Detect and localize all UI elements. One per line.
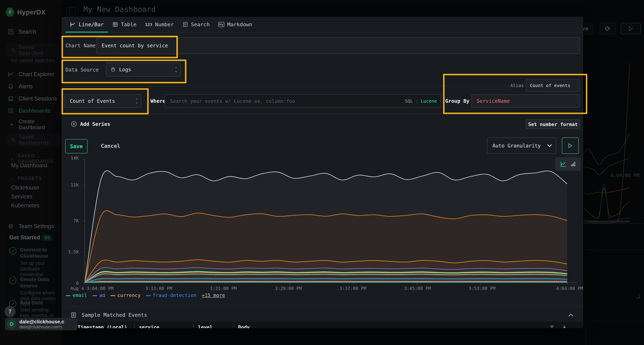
table-column-level[interactable]: level bbox=[193, 324, 233, 328]
y-tick-label: 7K bbox=[62, 218, 79, 223]
x-tick-label: 3:21:00 PM bbox=[210, 286, 237, 291]
y-tick-label: 11K bbox=[62, 182, 79, 188]
number-123-icon: 123 bbox=[145, 22, 152, 27]
x-tick-label: 3:29:00 PM bbox=[275, 286, 302, 291]
table-icon bbox=[112, 22, 118, 27]
annotation-aggregation bbox=[62, 88, 149, 114]
sql-mode-toggle[interactable]: SQL bbox=[405, 98, 413, 104]
x-tick-label: 4:04:00 PM bbox=[556, 286, 583, 291]
download-icon[interactable] bbox=[562, 325, 567, 328]
divider bbox=[66, 86, 509, 86]
preview-chart bbox=[80, 158, 580, 286]
table-column-Timestamp (Local)[interactable]: Timestamp (Local) bbox=[73, 324, 134, 328]
legend-item[interactable]: email bbox=[66, 293, 87, 298]
help-button[interactable]: ? bbox=[4, 306, 16, 317]
legend-label: fraud-detection bbox=[153, 293, 196, 298]
sample-matched-events-header[interactable]: Sample Matched Events bbox=[62, 309, 583, 321]
chart-type-tabs: Line/Bar Table 123 Number Search Markdow… bbox=[62, 17, 583, 32]
play-icon bbox=[568, 143, 572, 148]
granularity-select[interactable]: Auto Granularity bbox=[487, 137, 556, 154]
table-column-Body[interactable]: Body bbox=[233, 324, 308, 328]
x-tick-label: 3:45:00 PM bbox=[404, 286, 431, 291]
tab-line-bar[interactable]: Line/Bar bbox=[66, 17, 108, 32]
chart-display-toggle bbox=[555, 157, 581, 171]
annotation-chart-name bbox=[62, 36, 178, 58]
chart-series-area bbox=[85, 260, 567, 283]
x-tick-label: 3:37:00 PM bbox=[340, 286, 366, 291]
cancel-button[interactable]: Cancel bbox=[97, 139, 124, 153]
plus-circle-icon bbox=[71, 121, 77, 127]
x-tick-label: 3:13:00 PM bbox=[145, 286, 172, 291]
tab-markdown[interactable]: Markdown bbox=[214, 17, 256, 32]
annotation-data-source bbox=[62, 59, 186, 83]
sample-matched-events-title: Sample Matched Events bbox=[82, 312, 147, 318]
line-chart-icon bbox=[70, 21, 76, 27]
annotation-alias-group-by bbox=[443, 74, 587, 114]
add-series-button[interactable]: Add Series bbox=[71, 119, 110, 129]
x-tick-label: 3:53:00 PM bbox=[468, 286, 496, 291]
tab-search[interactable]: Search bbox=[178, 17, 214, 32]
y-tick-label: 14K bbox=[62, 156, 79, 161]
legend-item[interactable]: fraud-detection bbox=[146, 293, 196, 298]
user-sub: dale@clickhouse.com's bbox=[19, 325, 64, 330]
chevron-up-icon[interactable] bbox=[568, 313, 574, 317]
chevron-down-icon bbox=[547, 144, 552, 147]
legend-label: ad bbox=[99, 293, 105, 298]
table-column-service[interactable]: service bbox=[134, 324, 193, 328]
legend-swatch bbox=[110, 295, 115, 296]
filter-icon[interactable] bbox=[549, 325, 554, 328]
doc-list-icon bbox=[70, 312, 76, 318]
user-email: dale@clickhouse.c bbox=[19, 319, 64, 325]
run-chart-button[interactable] bbox=[562, 137, 579, 154]
legend-item[interactable]: ad bbox=[92, 293, 105, 298]
mode-divider: | bbox=[416, 98, 418, 104]
avatar: D bbox=[7, 319, 16, 329]
tab-number[interactable]: 123 Number bbox=[141, 17, 178, 32]
legend-swatch bbox=[92, 295, 97, 296]
markdown-icon bbox=[218, 22, 224, 27]
set-number-format-button[interactable]: Set number format bbox=[526, 119, 580, 129]
legend-more-link[interactable]: +15 more bbox=[202, 293, 225, 298]
legend-swatch bbox=[66, 295, 70, 296]
user-menu[interactable]: D dale@clickhouse.c dale@clickhouse.com'… bbox=[5, 318, 77, 330]
legend-item[interactable]: currency bbox=[110, 293, 140, 298]
where-placeholder: Search your events w/ Lucene ex. column:… bbox=[170, 98, 295, 104]
bar-view-icon[interactable] bbox=[570, 161, 576, 167]
y-tick-label: 3.5K bbox=[62, 249, 79, 255]
where-input[interactable]: Search your events w/ Lucene ex. column:… bbox=[164, 94, 441, 108]
divider bbox=[62, 306, 583, 307]
tab-table[interactable]: Table bbox=[108, 17, 141, 32]
granularity-value: Auto Granularity bbox=[492, 143, 541, 149]
line-view-icon[interactable] bbox=[560, 161, 566, 167]
where-label: Where bbox=[150, 94, 166, 108]
x-tick-label: Aug 4 3:04:00 PM bbox=[70, 286, 114, 291]
screen: HyperDX Search Saved Searches No saved s… bbox=[0, 0, 644, 345]
save-button[interactable]: Save bbox=[65, 139, 88, 153]
legend-swatch bbox=[146, 295, 150, 296]
lucene-mode-toggle[interactable]: Lucene bbox=[421, 98, 437, 104]
doc-list-icon bbox=[182, 22, 188, 27]
events-table-header: Timestamp (Local)servicelevelBody bbox=[62, 322, 583, 328]
legend-label: currency bbox=[117, 293, 140, 298]
chart-legend: emailadcurrencyfraud-detection+15 more bbox=[66, 293, 225, 298]
legend-label: email bbox=[73, 293, 87, 298]
y-tick-label: 0 bbox=[62, 281, 79, 286]
